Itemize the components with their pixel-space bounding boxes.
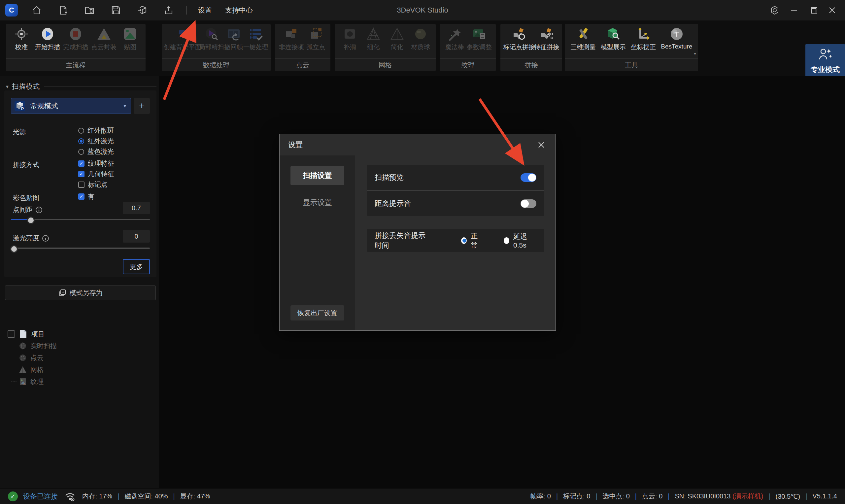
- scan-mode-select[interactable]: P 常规模式 ▾: [11, 98, 131, 114]
- collapse-minus-icon[interactable]: −: [7, 330, 15, 338]
- ribbon-item-3d-measure[interactable]: 三维测量: [571, 26, 596, 52]
- toggle-knob: [521, 200, 529, 208]
- ribbon-item-refine[interactable]: 细化: [363, 26, 384, 52]
- open-project-icon[interactable]: [82, 3, 97, 18]
- tree-item-pointcloud[interactable]: 点云: [18, 352, 155, 364]
- section-divider: [44, 87, 157, 87]
- separator: |: [635, 492, 637, 500]
- measure-3d-icon: [576, 26, 591, 41]
- ribbon-item-texture-map[interactable]: 贴图: [120, 26, 141, 52]
- ribbon-item-coordinate-align[interactable]: 坐标摆正: [631, 26, 656, 52]
- app-logo-icon: C: [5, 4, 18, 17]
- light-source-label: 光源: [13, 127, 26, 136]
- tree-guide-line: [11, 340, 11, 382]
- ribbon-item-marker-stitch[interactable]: 标记点拼接: [504, 26, 534, 52]
- demo-unit-badge: (演示样机): [733, 492, 763, 500]
- ribbon-item-parameter-adjust[interactable]: 参数调整: [467, 26, 492, 52]
- scan-preview-toggle[interactable]: [521, 173, 536, 182]
- tree-item-mesh[interactable]: 网格: [18, 364, 155, 376]
- ribbon-item-create-background-plane[interactable]: 创建背景平面: [165, 26, 200, 52]
- tree-item-texture[interactable]: 纹理: [18, 376, 155, 388]
- dialog-close-button[interactable]: [536, 139, 547, 150]
- ribbon-group-texture: 魔法棒 参数调整 纹理: [440, 24, 496, 71]
- separator: |: [556, 492, 558, 500]
- ribbon-item-material-ball[interactable]: 材质球: [410, 26, 431, 52]
- ribbon-item-one-key-process[interactable]: 一键处理: [244, 26, 267, 52]
- ribbon-item-model-display[interactable]: 模型展示: [601, 26, 626, 52]
- ribbon-item-unconnected-items[interactable]: 非连接项: [279, 26, 304, 52]
- save-mode-as-button[interactable]: 模式另存为: [5, 286, 156, 300]
- save-icon[interactable]: [108, 3, 123, 18]
- ribbon-item-bestexture[interactable]: T BesTexture: [661, 26, 692, 50]
- factory-reset-button[interactable]: 恢复出厂设置: [290, 305, 344, 321]
- realtime-scan-icon: [18, 342, 27, 350]
- scan-mode-section-header[interactable]: ▾ 扫描模式: [6, 82, 157, 91]
- radio-normal[interactable]: 正常: [461, 231, 482, 250]
- scan-mode-panel: P 常规模式 ▾ + 光源 红外散斑 红外激光 蓝色激光 拼接方式: [4, 90, 157, 277]
- more-button[interactable]: 更多: [123, 259, 150, 274]
- titlebar-divider: [186, 6, 187, 15]
- pro-user-icon: [818, 48, 832, 61]
- network-settings-icon[interactable]: [65, 491, 76, 501]
- tree-item-realtime-scan[interactable]: 实时扫描: [18, 340, 155, 352]
- parameter-adjust-icon: [472, 26, 487, 41]
- ribbon-group-mesh: 补洞 细化 简化: [335, 24, 436, 71]
- menu-settings[interactable]: 设置: [196, 4, 214, 17]
- settings-tab-column: 扫描设置 显示设置 恢复出厂设置: [280, 156, 355, 330]
- slider-knob[interactable]: [27, 217, 35, 224]
- radio-blue-laser[interactable]: 蓝色激光: [78, 147, 114, 156]
- slider-knob[interactable]: [10, 245, 18, 253]
- magic-wand-icon: [447, 26, 462, 41]
- ribbon-item-local-fine-scan[interactable]: 局部精扫: [200, 26, 223, 52]
- ribbon-item-isolated-points[interactable]: 孤立点: [305, 26, 326, 52]
- tree-item-project[interactable]: − 项目: [7, 328, 155, 340]
- menu-support-center[interactable]: 支持中心: [223, 4, 255, 17]
- feature-stitch-icon: [539, 26, 554, 41]
- info-icon[interactable]: [35, 206, 42, 214]
- checkbox-geometry-feature[interactable]: ✓ 几何特征: [78, 170, 114, 179]
- point-spacing-slider[interactable]: [11, 217, 150, 222]
- create-background-plane-icon: [175, 26, 190, 41]
- ribbon-item-feature-stitch[interactable]: 特征拼接: [534, 26, 559, 52]
- minimize-button[interactable]: [784, 0, 804, 20]
- settings-dialog-title: 设置: [288, 140, 303, 150]
- checkbox-texture-feature[interactable]: ✓ 纹理特征: [78, 159, 114, 168]
- distance-beep-toggle[interactable]: [521, 199, 536, 208]
- ribbon-item-finish-scan[interactable]: 完成扫描: [63, 26, 88, 52]
- home-icon[interactable]: [29, 3, 44, 18]
- ribbon-item-simplify[interactable]: 简化: [386, 26, 408, 52]
- ribbon-group-pointcloud: 非连接项 孤立点 点云: [275, 24, 330, 71]
- laser-brightness-slider[interactable]: [11, 245, 150, 251]
- checkbox-color-map[interactable]: ✓ 有: [78, 192, 94, 201]
- maximize-button[interactable]: [804, 0, 823, 20]
- ribbon-item-pointcloud-wrap[interactable]: 点云封装: [91, 26, 116, 52]
- tab-scan-settings[interactable]: 扫描设置: [290, 166, 344, 185]
- ribbon-item-undo-frame[interactable]: 撤回帧: [223, 26, 244, 52]
- radio-delay-05s[interactable]: 延迟0.5s: [504, 232, 536, 249]
- new-project-icon[interactable]: [55, 3, 71, 18]
- simplify-icon: [390, 26, 405, 41]
- import-model-icon[interactable]: [135, 3, 150, 18]
- close-button[interactable]: [823, 0, 842, 20]
- ribbon-group-data-processing: 创建背景平面 局部精扫: [162, 24, 271, 71]
- radio-ir-laser[interactable]: 红外激光: [78, 137, 114, 146]
- app-window: C 设置 支持中心 3DeVOK Studio: [0, 0, 845, 504]
- device-connected-icon: ✓: [8, 491, 18, 501]
- vram-stat: 显存: 47%: [180, 492, 210, 501]
- export-icon[interactable]: [161, 3, 176, 18]
- separator: |: [595, 492, 597, 500]
- tab-display-settings[interactable]: 显示设置: [290, 193, 344, 212]
- ribbon-item-calibrate[interactable]: 校准: [11, 26, 32, 52]
- ribbon-item-fill-hole[interactable]: 补洞: [339, 26, 360, 52]
- status-right: 帧率: 0 | 标记点: 0 | 选中点: 0 | 点云: 0 | SN: SK…: [531, 492, 837, 501]
- ribbon-item-magic-wand[interactable]: 魔法棒: [444, 26, 465, 52]
- preferences-gear-icon[interactable]: [765, 0, 784, 20]
- checkbox-marker-points[interactable]: 标记点: [78, 180, 108, 189]
- toggle-card: 扫描预览 距离提示音: [367, 165, 544, 216]
- ribbon-item-start-scan[interactable]: 开始扫描: [35, 26, 60, 52]
- radio-ir-speckle[interactable]: 红外散斑: [78, 126, 114, 135]
- add-mode-button[interactable]: +: [134, 98, 150, 114]
- info-icon[interactable]: [42, 235, 49, 242]
- tools-more-caret-icon[interactable]: ▾: [694, 51, 696, 56]
- status-left: ✓ 设备已连接 内存: 17% | 磁盘空间: 40% | 显存: 47%: [8, 491, 210, 501]
